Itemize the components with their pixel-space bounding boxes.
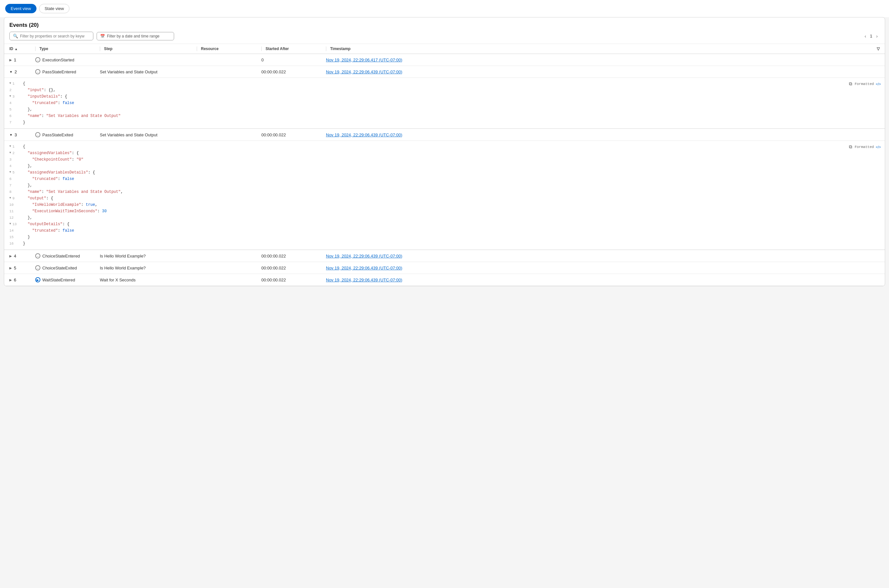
row-4-step: Is Hello World Example?: [100, 254, 197, 258]
row-4-id: ▶ 4: [9, 254, 35, 258]
code-line-3-11: 11 "ExecutionWaitTimeInSeconds": 30: [4, 208, 885, 214]
event-row-2-main[interactable]: ▼ 2 – PassStateEntered Set Variables and…: [4, 66, 885, 78]
keyword-filter[interactable]: 🔍: [9, 32, 93, 40]
type-icon-5: –: [35, 265, 40, 270]
code-line-3-3: 3 "CheckpointCount": "0": [4, 156, 885, 163]
table-header: ID ▲ Type Step Resource Started After Ti…: [4, 44, 885, 54]
expand-arrow-3[interactable]: ▼: [9, 133, 13, 136]
event-row-4-main[interactable]: ▶ 4 – ChoiceStateEntered Is Hello World …: [4, 250, 885, 262]
events-table: ID ▲ Type Step Resource Started After Ti…: [4, 44, 885, 286]
row-2-step: Set Variables and State Output: [100, 69, 197, 74]
event-row-5: ▶ 5 – ChoiceStateExited Is Hello World E…: [4, 262, 885, 274]
code-line-3-10: 10 "IsHelloWorldExample": true,: [4, 202, 885, 208]
code-line-2-4: 4 "truncated": false: [4, 100, 885, 106]
row-6-step: Wait for X Seconds: [100, 278, 197, 282]
event-row-3-main[interactable]: ▼ 3 – PassStateExited Set Variables and …: [4, 129, 885, 141]
event-row-5-main[interactable]: ▶ 5 – ChoiceStateExited Is Hello World E…: [4, 262, 885, 274]
event-row-2: ▼ 2 – PassStateEntered Set Variables and…: [4, 66, 885, 129]
col-header-type: Type: [35, 46, 100, 51]
code-line-3-12: 12 },: [4, 214, 885, 221]
code-line-2-3: ▼ 3 "inputDetails": {: [4, 93, 885, 100]
type-icon-2: –: [35, 69, 40, 74]
row-3-timestamp[interactable]: Nov 19, 2024, 22:29:06.439 (UTC-07:00): [326, 132, 880, 137]
code-line-3-5: ▼ 5 "assignedVariablesDetails": {: [4, 169, 885, 176]
code-line-3-6: 6 "truncated": false: [4, 176, 885, 182]
type-icon-3: –: [35, 132, 40, 137]
row-5-id: ▶ 5: [9, 266, 35, 270]
tab-event-view[interactable]: Event view: [5, 4, 36, 13]
row-5-started: 00:00:00.022: [261, 266, 326, 270]
row-1-timestamp[interactable]: Nov 19, 2024, 22:29:06.417 (UTC-07:00): [326, 57, 880, 62]
row-3-type: – PassStateExited: [35, 132, 100, 137]
row-6-id: ▶ 6: [9, 278, 35, 282]
code-line-3-7: 7 },: [4, 182, 885, 189]
row-3-step: Set Variables and State Output: [100, 132, 197, 137]
row-5-timestamp[interactable]: Nov 19, 2024, 22:29:06.439 (UTC-07:00): [326, 266, 880, 270]
expand-arrow-5[interactable]: ▶: [9, 266, 12, 270]
row-2-id: ▼ 2: [9, 69, 35, 74]
code-line-3-14: 14 "truncated": false: [4, 228, 885, 234]
code-line-2-5: 5 },: [4, 106, 885, 113]
event-row-4: ▶ 4 – ChoiceStateEntered Is Hello World …: [4, 250, 885, 262]
row-4-started: 00:00:00.022: [261, 254, 326, 258]
code-block-2: ⧉ Formatted </> ▼ 1 { 2 "input": {}, ▼ 3…: [4, 78, 885, 129]
type-icon-1: –: [35, 57, 40, 62]
row-6-started: 00:00:00.022: [261, 278, 326, 282]
col-header-timestamp: Timestamp ▽: [326, 46, 880, 51]
tab-state-view[interactable]: State view: [39, 4, 69, 13]
code-line-3-13: ▼ 13 "outputDetails": {: [4, 221, 885, 228]
code-line-2-2: 2 "input": {},: [4, 87, 885, 93]
row-3-started: 00:00:00.022: [261, 132, 326, 137]
copy-button-3[interactable]: ⧉: [848, 144, 853, 150]
code-line-3-15: 15 }: [4, 234, 885, 240]
copy-button-2[interactable]: ⧉: [848, 81, 853, 87]
event-row-1-main[interactable]: ▶ 1 – ExecutionStarted 0 Nov 19, 2024, 2…: [4, 54, 885, 66]
format-label-2: Formatted: [855, 82, 874, 86]
row-1-type: – ExecutionStarted: [35, 57, 100, 62]
filter-down-icon[interactable]: ▽: [877, 46, 880, 51]
row-6-type: ▶ WaitStateEntered: [35, 277, 100, 282]
filter-bar: 🔍 📅 Filter by a date and time range ‹ 1 …: [9, 32, 880, 40]
col-header-step: Step: [100, 46, 197, 51]
expand-arrow-1[interactable]: ▶: [9, 58, 12, 62]
panel-title: Events (20): [9, 22, 880, 28]
prev-page-button[interactable]: ‹: [862, 33, 868, 39]
row-3-id: ▼ 3: [9, 132, 35, 137]
sort-asc-icon[interactable]: ▲: [15, 47, 18, 51]
code-toolbar-2: ⧉ Formatted </>: [848, 81, 881, 87]
row-4-timestamp[interactable]: Nov 19, 2024, 22:29:06.439 (UTC-07:00): [326, 254, 880, 258]
type-icon-4: –: [35, 253, 40, 258]
code-line-3-16: 16 }: [4, 240, 885, 247]
row-5-type: – ChoiceStateExited: [35, 265, 100, 270]
code-line-2-7: 7 }: [4, 119, 885, 126]
row-5-step: Is Hello World Example?: [100, 266, 197, 270]
expand-arrow-4[interactable]: ▶: [9, 254, 12, 258]
code-toolbar-3: ⧉ Formatted </>: [848, 144, 881, 150]
code-line-3-9: ▼ 9 "output": {: [4, 195, 885, 202]
expand-arrow-6[interactable]: ▶: [9, 278, 12, 282]
row-6-timestamp[interactable]: Nov 19, 2024, 22:29:06.439 (UTC-07:00): [326, 278, 880, 282]
col-header-id: ID ▲: [9, 46, 35, 51]
format-toggle-3[interactable]: </>: [876, 145, 881, 149]
event-row-6: ▶ 6 ▶ WaitStateEntered Wait for X Second…: [4, 274, 885, 286]
pagination: ‹ 1 ›: [862, 33, 880, 39]
code-line-3-4: 4 },: [4, 163, 885, 169]
page-number: 1: [870, 34, 872, 39]
event-row-6-main[interactable]: ▶ 6 ▶ WaitStateEntered Wait for X Second…: [4, 274, 885, 286]
code-line-3-1: ▼ 1 {: [4, 144, 885, 150]
row-1-started: 0: [261, 57, 326, 62]
date-filter[interactable]: 📅 Filter by a date and time range: [97, 32, 174, 40]
expand-arrow-2[interactable]: ▼: [9, 70, 13, 74]
search-icon: 🔍: [13, 34, 18, 39]
col-header-resource: Resource: [197, 46, 261, 51]
row-2-type: – PassStateEntered: [35, 69, 100, 74]
code-line-3-8: 8 "name": "Set Variables and State Outpu…: [4, 189, 885, 195]
type-icon-6: ▶: [35, 277, 40, 282]
code-line-2-6: 6 "name": "Set Variables and State Outpu…: [4, 113, 885, 119]
next-page-button[interactable]: ›: [874, 33, 880, 39]
keyword-input[interactable]: [20, 34, 85, 39]
code-block-3: ⧉ Formatted </> ▼ 1 { ▼ 2 "assignedVaria…: [4, 141, 885, 250]
row-2-timestamp[interactable]: Nov 19, 2024, 22:29:06.439 (UTC-07:00): [326, 69, 880, 74]
format-toggle-2[interactable]: </>: [876, 82, 881, 86]
tab-bar: Event view State view: [0, 0, 889, 17]
